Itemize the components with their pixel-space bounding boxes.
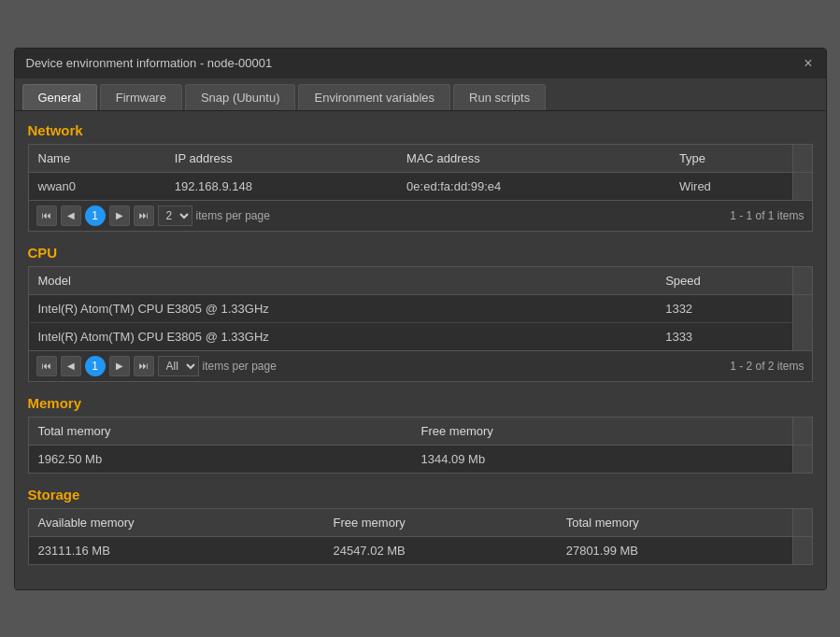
table-row: 1962.50 Mb 1344.09 Mb: [28, 445, 812, 473]
tab-env-variables[interactable]: Environment variables: [298, 84, 450, 110]
cpu-scrollbar-cell1: [792, 294, 812, 322]
network-scrollbar-header: [792, 144, 812, 172]
cpu-pagination: ⏮ ◀ 1 ▶ ⏭ All items per page 1 - 2 of 2 …: [28, 351, 813, 382]
network-scrollbar-cell: [792, 172, 812, 200]
cpu-row1-model: Intel(R) Atom(TM) CPU E3805 @ 1.33GHz: [28, 294, 656, 322]
tab-firmware[interactable]: Firmware: [100, 84, 182, 110]
cpu-pagination-info: 1 - 2 of 2 items: [730, 360, 804, 373]
memory-section-title: Memory: [28, 395, 813, 411]
memory-col-free: Free memory: [412, 417, 792, 445]
tab-bar: General Firmware Snap (Ubuntu) Environme…: [15, 78, 826, 111]
memory-row-free: 1344.09 Mb: [412, 445, 792, 473]
cpu-section: CPU Model Speed Intel(R) Atom(TM) CPU E3…: [28, 245, 813, 382]
memory-col-total: Total memory: [28, 417, 412, 445]
storage-scrollbar-cell: [792, 536, 812, 564]
network-row-mac: 0e:ed:fa:dd:99:e4: [397, 172, 670, 200]
cpu-table: Model Speed Intel(R) Atom(TM) CPU E3805 …: [28, 266, 813, 351]
table-row: wwan0 192.168.9.148 0e:ed:fa:dd:99:e4 Wi…: [28, 172, 812, 200]
cpu-scrollbar-cell2: [792, 322, 812, 350]
network-row-ip: 192.168.9.148: [165, 172, 397, 200]
cpu-row2-model: Intel(R) Atom(TM) CPU E3805 @ 1.33GHz: [28, 322, 656, 350]
cpu-items-per-page-select[interactable]: All: [158, 356, 199, 376]
storage-row-free: 24547.02 MB: [323, 536, 556, 564]
cpu-prev-page-button[interactable]: ◀: [61, 356, 81, 376]
memory-section: Memory Total memory Free memory 1962.50 …: [28, 395, 813, 474]
table-row: Intel(R) Atom(TM) CPU E3805 @ 1.33GHz 13…: [28, 322, 812, 350]
network-table: Name IP address MAC address Type wwan0 1…: [28, 144, 813, 201]
cpu-scrollbar-header: [792, 266, 812, 294]
network-items-per-page-label: items per page: [196, 209, 270, 222]
storage-scrollbar-header: [792, 508, 812, 536]
network-items-per-page-select[interactable]: 2: [158, 205, 192, 226]
dialog-window: Device environment information - node-00…: [14, 48, 827, 590]
network-pagination: ⏮ ◀ 1 ▶ ⏭ 2 items per page 1 - 1 of 1 it…: [28, 201, 813, 232]
cpu-first-page-button[interactable]: ⏮: [36, 356, 57, 376]
cpu-next-page-button[interactable]: ▶: [109, 356, 130, 376]
network-row-type: Wired: [670, 172, 792, 200]
memory-scrollbar-header: [792, 417, 812, 445]
network-prev-page-button[interactable]: ◀: [61, 205, 81, 226]
storage-table: Available memory Free memory Total memor…: [28, 508, 813, 565]
network-row-name: wwan0: [28, 172, 165, 200]
storage-col-free: Free memory: [323, 508, 556, 536]
dialog-titlebar: Device environment information - node-00…: [15, 49, 826, 78]
tab-general[interactable]: General: [22, 84, 97, 110]
memory-row-total: 1962.50 Mb: [28, 445, 412, 473]
network-current-page: 1: [85, 205, 106, 226]
cpu-row2-speed: 1333: [656, 322, 792, 350]
storage-col-total: Total memory: [557, 508, 792, 536]
network-col-ip: IP address: [165, 144, 397, 172]
dialog-content: Network Name IP address MAC address Type…: [15, 111, 826, 589]
network-col-type: Type: [670, 144, 792, 172]
network-next-page-button[interactable]: ▶: [109, 205, 130, 226]
cpu-current-page: 1: [85, 356, 106, 376]
storage-col-available: Available memory: [28, 508, 323, 536]
dialog-title: Device environment information - node-00…: [26, 56, 273, 70]
memory-scrollbar-cell: [792, 445, 812, 473]
network-section-title: Network: [28, 122, 813, 138]
network-first-page-button[interactable]: ⏮: [36, 205, 57, 226]
cpu-items-per-page-label: items per page: [203, 360, 277, 373]
memory-table: Total memory Free memory 1962.50 Mb 1344…: [28, 417, 813, 474]
storage-section: Storage Available memory Free memory Tot…: [28, 487, 813, 565]
network-col-name: Name: [28, 144, 165, 172]
storage-section-title: Storage: [28, 487, 813, 503]
tab-run-scripts[interactable]: Run scripts: [453, 84, 546, 110]
cpu-section-title: CPU: [28, 245, 813, 261]
table-row: 23111.16 MB 24547.02 MB 27801.99 MB: [28, 536, 812, 564]
table-row: Intel(R) Atom(TM) CPU E3805 @ 1.33GHz 13…: [28, 294, 812, 322]
network-section: Network Name IP address MAC address Type…: [28, 122, 813, 232]
cpu-row1-speed: 1332: [656, 294, 792, 322]
storage-row-available: 23111.16 MB: [28, 536, 323, 564]
cpu-col-model: Model: [28, 266, 656, 294]
network-last-page-button[interactable]: ⏭: [134, 205, 154, 226]
network-pagination-info: 1 - 1 of 1 items: [730, 209, 804, 222]
cpu-col-speed: Speed: [656, 266, 792, 294]
storage-row-total: 27801.99 MB: [557, 536, 792, 564]
cpu-last-page-button[interactable]: ⏭: [134, 356, 154, 376]
tab-snap[interactable]: Snap (Ubuntu): [185, 84, 296, 110]
close-button[interactable]: ×: [802, 56, 814, 71]
network-col-mac: MAC address: [397, 144, 670, 172]
